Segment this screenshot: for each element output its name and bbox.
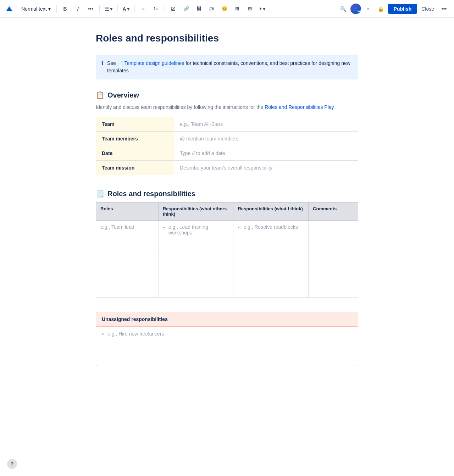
comments-cell-2[interactable] xyxy=(309,276,358,298)
overview-row-label-0: Team xyxy=(96,117,174,132)
content-area: Roles and responsibilities ℹ See 📄 Templ… xyxy=(74,18,380,387)
unassigned-empty-row[interactable] xyxy=(96,348,358,366)
col-header-others: Responsibilities (what others think) xyxy=(158,203,233,221)
more-formatting-button[interactable]: ••• xyxy=(85,3,96,15)
columns-icon: ⊟ xyxy=(248,6,252,11)
list-item xyxy=(243,238,304,244)
avatar-badge: T xyxy=(357,10,361,14)
info-link-icon: 📄 xyxy=(117,61,123,66)
list-item xyxy=(243,231,304,237)
image-button[interactable]: 🖼 xyxy=(193,3,205,15)
info-icon: ℹ xyxy=(101,60,104,67)
others-cell-0[interactable]: e.g., Lead training workshops xyxy=(158,221,233,255)
table-button[interactable]: ⊞ xyxy=(232,3,243,15)
bold-button[interactable]: B xyxy=(60,3,71,15)
mine-cell-2[interactable] xyxy=(233,276,309,298)
search-icon: 🔍 xyxy=(340,6,346,12)
col-header-roles: Roles xyxy=(96,203,159,221)
bullet-list-icon: ≡ xyxy=(142,6,145,12)
text-style-label: Normal text xyxy=(21,6,47,12)
list-item: e.g., Resolve roadblocks xyxy=(243,224,304,230)
overview-heading-text: Overview xyxy=(107,91,139,99)
table-row xyxy=(96,276,358,298)
text-style-chevron: ▾ xyxy=(48,6,51,12)
info-text: See 📄 Template design guidelines for tec… xyxy=(107,60,353,74)
table-row: Team members @ mention team members xyxy=(96,132,358,146)
role-cell-0[interactable]: e.g., Team lead xyxy=(96,221,159,255)
unassigned-box: Unassigned responsibilities e.g., Hire n… xyxy=(96,312,358,366)
color-icon: A xyxy=(123,6,126,12)
align-button[interactable]: ☰ ▾ xyxy=(103,3,115,15)
table-row: Team mission Describe your team's overal… xyxy=(96,161,358,175)
insert-button[interactable]: + ▾ xyxy=(257,3,267,15)
italic-icon: I xyxy=(77,6,79,12)
page-title[interactable]: Roles and responsibilities xyxy=(96,32,358,45)
overview-row-value-2[interactable]: Type // to add a date xyxy=(174,146,358,161)
add-collaborator-button[interactable]: + xyxy=(362,3,374,15)
overview-desc-before: Identify and discuss team responsibiliti… xyxy=(96,104,263,110)
mine-cell-1[interactable] xyxy=(233,255,309,276)
search-button[interactable]: 🔍 xyxy=(338,3,349,15)
close-button[interactable]: Close xyxy=(419,4,437,14)
numbered-list-icon: 1≡ xyxy=(154,6,159,11)
table-row xyxy=(96,255,358,276)
toolbar: Normal text ▾ B I ••• ☰ ▾ A ▾ ≡ 1≡ ☑ 🔗 xyxy=(0,0,454,18)
avatar-initials: 👤 xyxy=(354,7,358,11)
toolbar-divider-3 xyxy=(117,5,118,12)
list-item xyxy=(168,244,229,250)
emoji-button[interactable]: 🙂 xyxy=(219,3,230,15)
emoji-icon: 🙂 xyxy=(222,6,227,11)
align-chevron: ▾ xyxy=(110,6,112,12)
overview-row-value-3[interactable]: Describe your team's overall responsibil… xyxy=(174,161,358,175)
toolbar-divider-5 xyxy=(165,5,165,12)
toolbar-right: 🔍 👤 T + 🔒 Publish Close ••• xyxy=(338,3,450,15)
overview-row-label-1: Team members xyxy=(96,132,174,146)
toolbar-divider-2 xyxy=(99,5,100,12)
publish-button[interactable]: Publish xyxy=(388,4,417,14)
others-cell-2[interactable] xyxy=(158,276,233,298)
image-icon: 🖼 xyxy=(196,6,201,11)
lock-icon: 🔒 xyxy=(378,6,384,12)
roles-header-row: Roles Responsibilities (what others thin… xyxy=(96,203,358,221)
info-link[interactable]: Template design guidelines xyxy=(124,60,184,66)
color-button[interactable]: A ▾ xyxy=(121,3,132,15)
comments-cell-0[interactable] xyxy=(309,221,358,255)
avatar[interactable]: 👤 T xyxy=(350,4,361,14)
overview-table: Team e.g., Team All-Stars Team members @… xyxy=(96,117,358,175)
overview-desc-link[interactable]: Roles and Responsibilities Play xyxy=(265,104,334,110)
mine-cell-0[interactable]: e.g., Resolve roadblocks xyxy=(233,221,309,255)
others-cell-1[interactable] xyxy=(158,255,233,276)
role-cell-1[interactable] xyxy=(96,255,159,276)
align-icon: ☰ xyxy=(105,6,109,12)
more-options-button[interactable]: ••• xyxy=(438,3,450,15)
col-header-comments: Comments xyxy=(309,203,358,221)
overview-row-value-0[interactable]: e.g., Team All-Stars xyxy=(174,117,358,132)
overview-description: Identify and discuss team responsibiliti… xyxy=(96,104,358,111)
role-cell-2[interactable] xyxy=(96,276,159,298)
share-button[interactable]: 🔒 xyxy=(375,3,387,15)
columns-button[interactable]: ⊟ xyxy=(244,3,256,15)
list-item xyxy=(168,237,229,243)
link-button[interactable]: 🔗 xyxy=(181,3,192,15)
table-icon: ⊞ xyxy=(235,6,239,11)
mention-icon: @ xyxy=(209,6,214,12)
table-row: Team e.g., Team All-Stars xyxy=(96,117,358,132)
overview-table-body: Team e.g., Team All-Stars Team members @… xyxy=(96,117,358,175)
numbered-list-button[interactable]: 1≡ xyxy=(150,3,162,15)
mention-button[interactable]: @ xyxy=(206,3,217,15)
list-item: e.g., Lead training workshops xyxy=(168,224,229,236)
app-logo xyxy=(4,4,14,14)
more-options-icon: ••• xyxy=(442,6,447,12)
roles-heading-text: Roles and responsibilities xyxy=(107,190,195,198)
bullet-list-button[interactable]: ≡ xyxy=(138,3,149,15)
info-box: ℹ See 📄 Template design guidelines for t… xyxy=(96,55,358,79)
unassigned-body[interactable]: e.g., Hire new freelancers xyxy=(96,327,358,348)
bold-icon: B xyxy=(63,6,67,12)
comments-cell-1[interactable] xyxy=(309,255,358,276)
roles-table-body: e.g., Team lead e.g., Lead training work… xyxy=(96,221,358,298)
italic-button[interactable]: I xyxy=(72,3,84,15)
checkbox-button[interactable]: ☑ xyxy=(168,3,179,15)
overview-row-value-1[interactable]: @ mention team members xyxy=(174,132,358,146)
text-style-dropdown[interactable]: Normal text ▾ xyxy=(18,5,54,13)
toolbar-divider-1 xyxy=(56,5,57,12)
